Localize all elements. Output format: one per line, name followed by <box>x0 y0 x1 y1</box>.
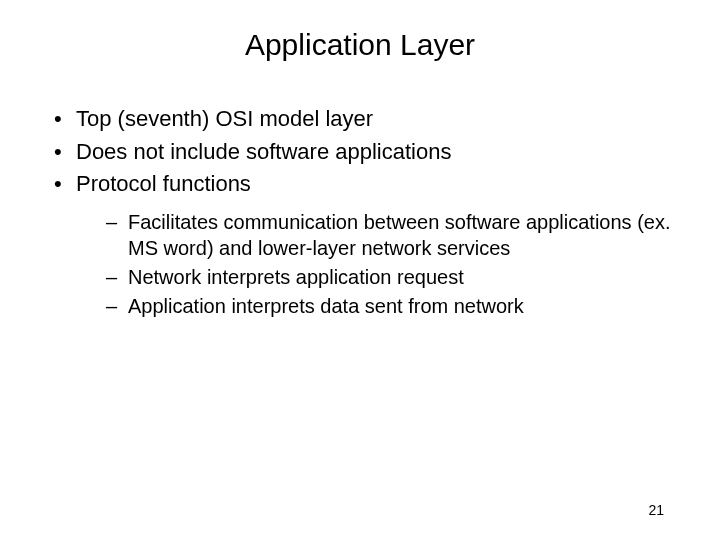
slide: Application Layer Top (seventh) OSI mode… <box>0 0 720 540</box>
bullet-list: Top (seventh) OSI model layer Does not i… <box>30 104 690 319</box>
list-item: Protocol functions Facilitates communica… <box>54 169 690 319</box>
sub-bullet-list: Facilitates communication between softwa… <box>76 209 690 319</box>
list-item-label: Protocol functions <box>76 171 251 196</box>
list-item: Facilitates communication between softwa… <box>106 209 690 261</box>
page-number: 21 <box>648 502 664 518</box>
slide-title: Application Layer <box>30 28 690 62</box>
list-item: Top (seventh) OSI model layer <box>54 104 690 134</box>
list-item: Network interprets application request <box>106 264 690 290</box>
list-item: Does not include software applications <box>54 137 690 167</box>
list-item: Application interprets data sent from ne… <box>106 293 690 319</box>
